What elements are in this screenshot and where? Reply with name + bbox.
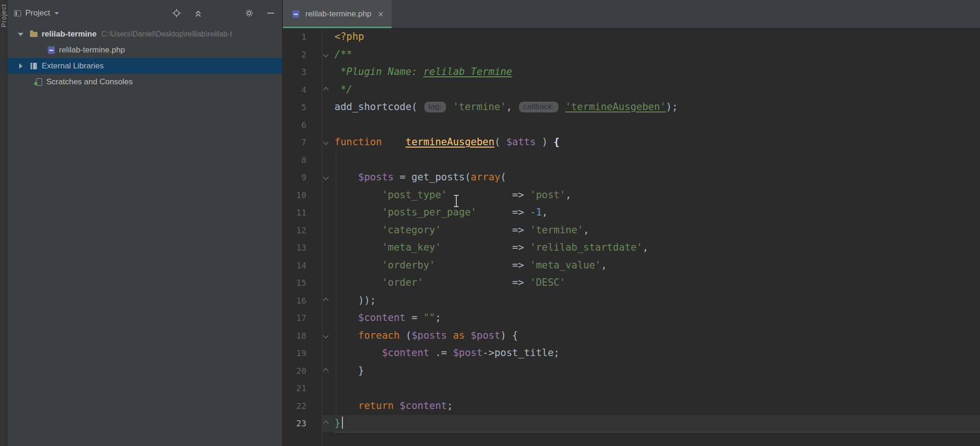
code-text: 'meta_key' => 'relilab_startdate', — [334, 239, 648, 257]
code-line[interactable]: 10 'post_type' => 'post', — [283, 186, 980, 204]
code-line[interactable]: 21 — [283, 379, 980, 397]
gutter-fold-column — [306, 415, 334, 432]
locate-file-button[interactable] — [171, 7, 182, 19]
line-number: 8 — [283, 151, 306, 169]
gutter-fold-column — [306, 116, 334, 134]
code-text: 'category' => 'termine', — [334, 222, 589, 239]
line-number: 19 — [283, 344, 306, 362]
code-text: add_shortcode( tag: 'termine', callback:… — [334, 98, 678, 116]
fold-end-icon[interactable] — [323, 87, 329, 93]
gutter-fold-column — [306, 28, 334, 46]
tree-item-label: relilab-termine.php — [59, 45, 125, 55]
ide-window: Project Project — [0, 0, 980, 446]
code-line[interactable]: 17 $content = ""; — [283, 309, 980, 327]
line-number: 22 — [283, 397, 306, 415]
editor-content: 1<?php2/**3 *Plugin Name: relilab Termin… — [283, 28, 980, 432]
mouse-ibeam-cursor — [453, 194, 460, 208]
hide-panel-button[interactable] — [265, 7, 276, 19]
gutter-fold-column — [306, 134, 334, 151]
stripe-project-label[interactable]: Project — [0, 4, 7, 28]
code-line[interactable]: 8 — [283, 151, 980, 169]
code-line[interactable]: 13 'meta_key' => 'relilab_startdate', — [283, 239, 980, 257]
php-file-icon — [47, 46, 56, 54]
code-line[interactable]: 20 } — [283, 362, 980, 380]
code-line[interactable]: 23} — [283, 415, 980, 432]
code-line[interactable]: 1<?php — [283, 28, 980, 46]
gutter-fold-column — [306, 274, 334, 292]
code-text: foreach ($posts as $post) { — [334, 327, 518, 345]
gutter-fold-column — [306, 204, 334, 222]
collapse-all-button[interactable] — [193, 7, 204, 19]
code-text: )); — [334, 292, 376, 310]
code-line[interactable]: 2/** — [283, 46, 980, 64]
crosshair-icon — [171, 8, 182, 18]
fold-start-icon[interactable] — [323, 174, 329, 180]
code-text: } — [334, 362, 364, 380]
gutter-fold-column — [306, 46, 334, 64]
code-text: 'posts_per_page' => -1, — [334, 204, 548, 222]
gutter-fold-column — [306, 151, 334, 169]
fold-start-icon[interactable] — [323, 139, 329, 145]
library-icon — [30, 62, 39, 70]
scratch-icon — [34, 78, 44, 86]
tree-item-label: External Libraries — [42, 61, 104, 71]
php-file-icon — [291, 10, 301, 18]
tab-relilab-termine-php[interactable]: relilab-termine.php × — [283, 0, 392, 28]
line-number: 21 — [283, 379, 306, 397]
tool-window-stripe: Project — [0, 0, 7, 446]
tree-item-relilab-termine-php[interactable]: relilab-termine.php — [7, 42, 282, 58]
line-number: 9 — [283, 169, 306, 186]
line-number: 17 — [283, 309, 306, 327]
fold-start-icon[interactable] — [323, 333, 329, 339]
code-line[interactable]: 6 — [283, 116, 980, 134]
fold-end-icon[interactable] — [323, 420, 329, 426]
code-line[interactable]: 3 *Plugin Name: relilab Termine — [283, 63, 980, 81]
project-panel: Project — [7, 0, 282, 446]
code-line[interactable]: 9 $posts = get_posts(array( — [283, 169, 980, 186]
close-tab-icon[interactable]: × — [378, 9, 384, 20]
gutter-fold-column — [306, 239, 334, 257]
tree-item-external-libraries[interactable]: External Libraries — [7, 58, 282, 74]
code-text: *Plugin Name: relilab Termine — [334, 63, 512, 81]
gutter-fold-column — [306, 63, 334, 81]
minus-icon — [266, 8, 276, 18]
code-text: } — [334, 415, 343, 432]
line-number: 12 — [283, 222, 306, 239]
code-line[interactable]: 7function termineAusgeben( $atts ) { — [283, 134, 980, 151]
chevron-expanded-icon[interactable] — [15, 33, 26, 36]
code-text: /** — [334, 46, 352, 64]
code-line[interactable]: 5add_shortcode( tag: 'termine', callback… — [283, 98, 980, 116]
gutter-fold-column — [306, 379, 334, 397]
fold-end-icon[interactable] — [323, 297, 329, 304]
tree-item-scratches-and-consoles[interactable]: Scratches and Consoles — [7, 74, 282, 90]
fold-end-icon[interactable] — [323, 368, 329, 374]
code-line[interactable]: 15 'order' => 'DESC' — [283, 274, 980, 292]
code-line[interactable]: 22 return $content; — [283, 397, 980, 415]
line-number: 16 — [283, 292, 306, 310]
line-number: 1 — [283, 28, 306, 46]
chevron-collapsed-icon[interactable] — [15, 63, 26, 69]
code-line[interactable]: 11 'posts_per_page' => -1, — [283, 204, 980, 222]
gutter-fold-column — [306, 169, 334, 186]
code-text: */ — [334, 81, 352, 99]
code-line[interactable]: 19 $content .= $post->post_title; — [283, 344, 980, 362]
line-number: 6 — [283, 116, 306, 134]
tree-item-label: Scratches and Consoles — [46, 77, 133, 87]
chevron-down-icon[interactable] — [54, 12, 59, 15]
code-text: $content = ""; — [334, 309, 441, 327]
tree-item-relilab-termine[interactable]: relilab-termineC:\Users\Daniel\Desktop\r… — [7, 26, 282, 42]
line-number: 23 — [283, 415, 306, 432]
tab-bar: relilab-termine.php × — [283, 0, 980, 28]
gutter-fold-column — [306, 257, 334, 275]
code-line[interactable]: 14 'orderby' => 'meta_value', — [283, 257, 980, 275]
tab-label: relilab-termine.php — [305, 9, 371, 19]
code-line[interactable]: 12 'category' => 'termine', — [283, 222, 980, 239]
settings-button[interactable] — [244, 7, 255, 19]
code-line[interactable]: 18 foreach ($posts as $post) { — [283, 327, 980, 345]
code-line[interactable]: 16 )); — [283, 292, 980, 310]
fold-start-icon[interactable] — [323, 52, 329, 58]
project-panel-title[interactable]: Project — [25, 8, 50, 18]
code-line[interactable]: 4 */ — [283, 81, 980, 99]
editor-body[interactable]: 1<?php2/**3 *Plugin Name: relilab Termin… — [283, 28, 980, 446]
tool-window-icon — [14, 10, 21, 16]
